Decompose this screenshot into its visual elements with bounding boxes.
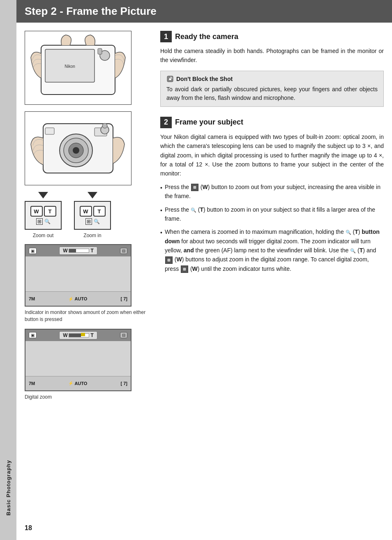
camera-front-illustration xyxy=(25,111,131,185)
camera-back-illustration: Nikon xyxy=(25,31,131,105)
w-button-in: W xyxy=(80,206,92,217)
frames-label-2: [ 7] xyxy=(121,381,128,386)
monitor-caption-1: Indicator in monitor shows amount of zoo… xyxy=(25,309,148,323)
flash-icon-2: ⚡ xyxy=(68,381,73,385)
t-icon-inline-1: 🔍 xyxy=(191,208,196,212)
monitor-bottom-bar-1: 7M ⚡ AUTO [ 7] xyxy=(25,291,131,306)
page-title: Step 2 - Frame the Picture xyxy=(25,5,384,18)
magnify-icon-out: 🔍 xyxy=(44,219,51,224)
t-icon-inline-3: 🔍 xyxy=(350,248,356,253)
flash-icon-1: ⚡ xyxy=(68,297,73,301)
page-header: Step 2 - Frame the Picture xyxy=(16,0,392,23)
step-2-block: 2 Frame your subject Your Nikon digital … xyxy=(160,117,384,273)
bullet-text-3: When the camera is zoomed in to maximum … xyxy=(165,227,384,273)
digital-zoom-caption: Digital zoom xyxy=(25,394,148,401)
zoom-out-arrow xyxy=(38,192,48,198)
note-title: Don't Block the Shot xyxy=(176,76,233,82)
zoom-in-box: W T ⊞ 🔍 xyxy=(74,201,111,230)
step-1-body: Hold the camera steadily in both hands. … xyxy=(160,46,384,65)
t-icon-inline-2: 🔍 xyxy=(346,230,351,235)
t-button-out: T xyxy=(44,206,56,217)
svg-text:Nikon: Nikon xyxy=(65,64,75,69)
zoom-bar-2 xyxy=(69,333,89,337)
zoom-in-icons: ⊞ 🔍 xyxy=(85,218,100,225)
monitor-top-bar-2: ▣ W T ⊟ xyxy=(25,330,131,341)
bullet-item-3: • When the camera is zoomed in to maximu… xyxy=(160,227,384,273)
note-box: Don't Block the Shot To avoid dark or pa… xyxy=(160,71,384,107)
wt-monitor-bar-2: W T xyxy=(59,331,97,339)
zoom-buttons-row: W T ⊞ 🔍 Zoom out W xyxy=(25,192,148,238)
svg-rect-4 xyxy=(98,48,102,54)
zoom-bar-1 xyxy=(69,249,89,253)
zoom-fill-gray xyxy=(69,334,81,337)
page-number: 18 xyxy=(25,524,32,532)
zoom-in-item: W T ⊞ 🔍 Zoom in xyxy=(74,192,111,238)
zoom-fill-1 xyxy=(69,249,76,252)
main-content: Step 2 - Frame the Picture Nikon xyxy=(16,0,392,540)
monitor-display-2: ▣ W T ⊟ 7M ⚡ xyxy=(25,329,131,391)
wt-zoom-in-row: W T xyxy=(80,206,106,217)
note-body: To avoid dark or partially obscured pict… xyxy=(166,85,378,102)
step-2-title-row: 2 Frame your subject xyxy=(160,117,384,128)
bullet-dot-2: • xyxy=(160,206,162,215)
right-column: 1 Ready the camera Hold the camera stead… xyxy=(156,31,384,406)
step-1-number: 1 xyxy=(160,31,172,42)
zoom-out-icons: ⊞ 🔍 xyxy=(36,218,51,225)
camera-back-svg: Nikon xyxy=(29,33,127,103)
zoom-in-arrow xyxy=(88,192,97,198)
grid-icon-out: ⊞ xyxy=(36,218,43,225)
svg-rect-10 xyxy=(45,128,54,134)
content-area: Nikon xyxy=(16,31,392,406)
grid-icon-in: ⊞ xyxy=(85,218,92,225)
w-icon-inline-2: ⊞ xyxy=(165,256,173,264)
monitor-bottom-bar-2: 7M ⚡ AUTO [ 7] xyxy=(25,376,131,390)
memory-icon-1: ⊟ xyxy=(120,248,127,254)
w-label-1: W xyxy=(63,248,67,254)
bullet-dot-3: • xyxy=(160,228,162,237)
mp-label-2: 7M xyxy=(29,381,35,386)
frames-label-1: [ 7] xyxy=(121,296,128,301)
bullet-text-1: Press the ⊞ (W) button to zoom out from … xyxy=(165,182,384,201)
sidebar: Basic Photography xyxy=(0,0,16,540)
monitor-body-1: 7M ⚡ AUTO [ 7] xyxy=(25,256,131,306)
zoom-out-label: Zoom out xyxy=(33,233,54,238)
camera-mode-icon-2: ▣ xyxy=(29,332,37,338)
monitor-display-1: ▣ W T ⊟ 7M ⚡ AUTO xyxy=(25,244,131,307)
step-1-title-row: 1 Ready the camera xyxy=(160,31,384,42)
w-icon-inline-3: ⊞ xyxy=(181,265,188,273)
step-2-number: 2 xyxy=(160,117,172,128)
sidebar-label: Basic Photography xyxy=(5,460,12,515)
zoom-out-item: W T ⊞ 🔍 Zoom out xyxy=(25,192,62,238)
auto-indicator-1: ⚡ AUTO xyxy=(68,296,87,301)
note-title-row: Don't Block the Shot xyxy=(166,75,378,83)
auto-indicator-2: ⚡ AUTO xyxy=(68,381,87,386)
step-1-title: Ready the camera xyxy=(175,32,238,41)
svg-point-13 xyxy=(102,123,107,128)
left-column: Nikon xyxy=(25,31,148,406)
step-2-title: Frame your subject xyxy=(175,118,243,127)
bullet-text-2: Press the 🔍 (T) button to zoom in on you… xyxy=(165,205,384,224)
bullet-item-2: • Press the 🔍 (T) button to zoom in on y… xyxy=(160,205,384,224)
t-button-in: T xyxy=(93,206,106,217)
auto-label-2: AUTO xyxy=(74,381,87,386)
t-label-1: T xyxy=(90,248,93,254)
camera-front-svg xyxy=(29,113,127,183)
t-label-2: T xyxy=(90,332,93,338)
wt-zoom-out-row: W T xyxy=(30,206,56,217)
zoom-fill-yellow xyxy=(81,333,85,336)
step-2-intro: Your Nikon digital camera is equipped wi… xyxy=(160,132,384,178)
magnify-icon-in: 🔍 xyxy=(94,219,100,224)
monitor-top-bar-1: ▣ W T ⊟ xyxy=(25,245,131,256)
wt-monitor-bar-1: W T xyxy=(59,247,97,255)
w-label-2: W xyxy=(63,332,67,338)
pencil-icon xyxy=(166,75,174,83)
monitor-body-2: 7M ⚡ AUTO [ 7] xyxy=(25,341,131,390)
zoom-out-box: W T ⊞ 🔍 xyxy=(25,201,62,230)
memory-icon-2: ⊟ xyxy=(120,332,127,338)
auto-label-1: AUTO xyxy=(74,296,87,301)
w-button-out: W xyxy=(30,206,43,217)
camera-mode-icon-1: ▣ xyxy=(29,248,37,254)
bullet-item-1: • Press the ⊞ (W) button to zoom out fro… xyxy=(160,182,384,201)
zoom-in-label: Zoom in xyxy=(83,233,101,238)
w-icon-inline-1: ⊞ xyxy=(191,184,198,191)
